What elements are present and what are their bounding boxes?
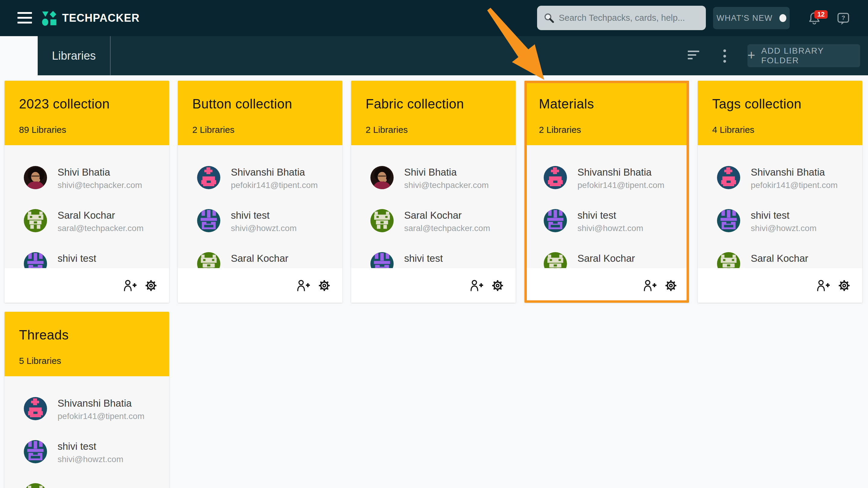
member-email: saral@techpacker.com [58, 224, 144, 233]
card-library-count: 4 Libraries [712, 125, 850, 135]
library-folder-grid: 2023 collection 89 Libraries Shivi Bhati… [4, 75, 864, 488]
avatar [544, 209, 567, 232]
member-row: shivi test shivi@howzt.com [717, 199, 862, 242]
avatar [717, 252, 740, 268]
folder-card-threads[interactable]: Threads 5 Libraries Shivanshi Bhatia pef… [4, 312, 169, 488]
member-email: pefokir141@tipent.com [751, 181, 838, 190]
add-member-button[interactable] [470, 279, 483, 292]
card-member-list: Shivanshi Bhatia pefokir141@tipent.com s… [698, 145, 862, 268]
member-row: shivi test [24, 242, 169, 268]
avatar [24, 397, 47, 420]
add-library-folder-button[interactable]: + ADD LIBRARY FOLDER [747, 44, 860, 67]
member-row: Saral Kochar [717, 242, 862, 268]
sort-button[interactable] [688, 51, 700, 61]
card-library-count: 89 Libraries [19, 125, 157, 135]
avatar [24, 440, 47, 463]
member-row: shivi test shivi@howzt.com [197, 199, 342, 242]
folder-settings-button[interactable] [491, 279, 504, 292]
member-row: Saral Kochar [544, 242, 689, 268]
member-row [24, 473, 169, 488]
member-row: Shivi Bhatia shivi@techpacker.com [24, 156, 169, 199]
help-button[interactable] [837, 13, 849, 25]
tab-libraries[interactable]: Libraries [38, 36, 111, 75]
add-library-folder-label: ADD LIBRARY FOLDER [761, 46, 860, 65]
card-library-count: 2 Libraries [192, 125, 330, 135]
avatar [544, 252, 567, 268]
card-library-count: 2 Libraries [539, 125, 677, 135]
card-header: Fabric collection 2 Libraries [351, 81, 516, 145]
member-row: shivi test [370, 242, 516, 268]
whats-new-button[interactable]: WHAT'S NEW [713, 7, 789, 29]
member-name: Saral Kochar [58, 210, 144, 221]
member-name: shivi test [578, 210, 643, 221]
folder-card-tags-collection[interactable]: Tags collection 4 Libraries Shivanshi Bh… [698, 81, 862, 303]
member-name: Shivanshi Bhatia [231, 167, 318, 178]
avatar [24, 252, 47, 268]
card-header: 2023 collection 89 Libraries [4, 81, 169, 145]
avatar [24, 483, 47, 488]
folder-settings-button[interactable] [144, 279, 158, 292]
card-member-list: Shivanshi Bhatia pefokir141@tipent.com s… [524, 145, 689, 268]
folder-card-fabric-collection[interactable]: Fabric collection 2 Libraries Shivi Bhat… [351, 81, 516, 303]
folder-card-2023-collection[interactable]: 2023 collection 89 Libraries Shivi Bhati… [4, 81, 169, 303]
member-name: Saral Kochar [231, 253, 288, 264]
member-email: shivi@howzt.com [231, 224, 297, 233]
card-title: Button collection [192, 96, 330, 111]
card-member-list: Shivi Bhatia shivi@techpacker.com Saral … [4, 145, 169, 268]
tab-libraries-label: Libraries [52, 50, 96, 62]
member-email: pefokir141@tipent.com [58, 412, 144, 421]
card-member-list: Shivanshi Bhatia pefokir141@tipent.com s… [178, 145, 342, 268]
avatar [370, 166, 394, 189]
tabbar-left-spacer [0, 36, 38, 75]
avatar [197, 166, 220, 189]
more-options-button[interactable] [723, 50, 726, 63]
whats-new-dot-icon [779, 14, 786, 22]
folder-card-materials[interactable]: Materials 2 Libraries Shivanshi Bhatia p… [524, 81, 689, 303]
add-member-button[interactable] [297, 279, 310, 292]
question-bubble-icon [837, 13, 849, 25]
card-header: Tags collection 4 Libraries [698, 81, 862, 145]
member-name: Shivanshi Bhatia [578, 167, 664, 178]
member-name: Shivi Bhatia [404, 167, 489, 178]
avatar [24, 209, 47, 232]
card-footer [698, 268, 862, 303]
member-row: Shivi Bhatia shivi@techpacker.com [370, 156, 516, 199]
member-email: shivi@howzt.com [58, 455, 123, 464]
folder-card-button-collection[interactable]: Button collection 2 Libraries Shivanshi … [178, 81, 342, 303]
card-member-list: Shivi Bhatia shivi@techpacker.com Saral … [351, 145, 516, 268]
member-name: shivi test [58, 441, 123, 452]
folder-settings-button[interactable] [838, 279, 851, 292]
card-library-count: 5 Libraries [19, 356, 157, 366]
folder-settings-button[interactable] [664, 279, 678, 292]
member-email: pefokir141@tipent.com [578, 181, 664, 190]
global-search [537, 6, 706, 30]
avatar [717, 166, 740, 189]
search-input[interactable] [559, 13, 699, 23]
plus-icon: + [747, 48, 755, 62]
member-name: Shivanshi Bhatia [751, 167, 838, 178]
add-member-button[interactable] [643, 279, 656, 292]
folder-settings-button[interactable] [318, 279, 331, 292]
member-name: Saral Kochar [404, 210, 490, 221]
hamburger-menu-icon[interactable] [18, 12, 32, 24]
member-row: Saral Kochar saral@techpacker.com [24, 199, 169, 242]
add-member-button[interactable] [816, 279, 830, 292]
card-footer [4, 268, 169, 303]
card-title: Materials [539, 96, 677, 111]
member-row: Saral Kochar saral@techpacker.com [370, 199, 516, 242]
section-tab-bar: Libraries + ADD LIBRARY FOLDER [0, 36, 868, 75]
member-name: shivi test [751, 210, 816, 221]
search-icon [544, 13, 555, 24]
add-member-button[interactable] [123, 279, 136, 292]
member-row: Saral Kochar [197, 242, 342, 268]
avatar [544, 166, 567, 189]
card-library-count: 2 Libraries [366, 125, 504, 135]
member-name: Saral Kochar [751, 253, 808, 264]
member-name: shivi test [58, 253, 96, 264]
member-row: Shivanshi Bhatia pefokir141@tipent.com [197, 156, 342, 199]
avatar [717, 209, 740, 232]
avatar [370, 209, 394, 232]
member-row: Shivanshi Bhatia pefokir141@tipent.com [544, 156, 689, 199]
notifications-button[interactable]: 12 [808, 11, 830, 30]
card-member-list: Shivanshi Bhatia pefokir141@tipent.com s… [4, 376, 169, 488]
